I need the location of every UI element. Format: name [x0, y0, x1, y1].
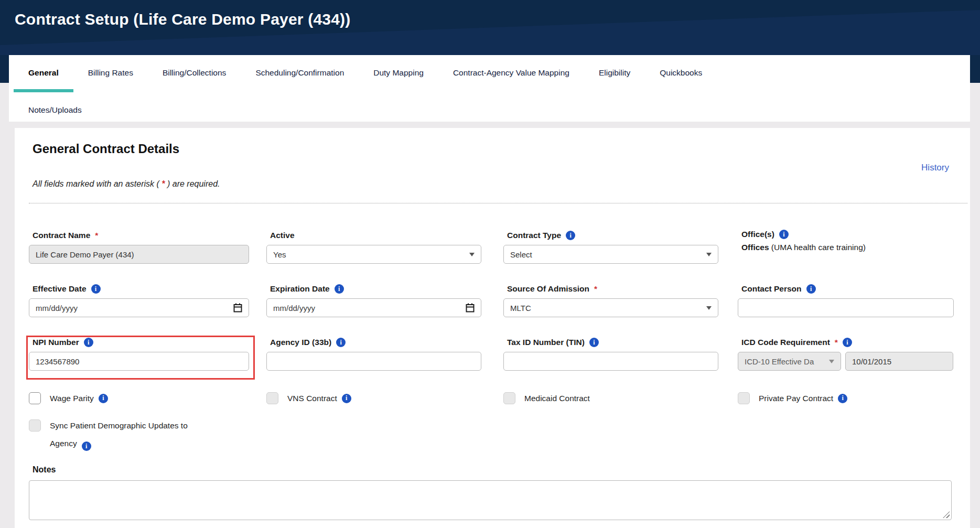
page-header: Contract Setup (Life Care Demo Payer (43…: [0, 0, 980, 55]
wage-parity-label: Wage Parity i: [50, 392, 108, 404]
contract-type-select[interactable]: Select: [503, 245, 718, 264]
sync-patient-demographic-checkbox[interactable]: [29, 419, 41, 432]
icd-label-text: ICD Code Requirement: [741, 338, 830, 347]
tab-billing-collections[interactable]: Billing/Collections: [148, 55, 241, 92]
contract-name-label: Contract Name *: [33, 231, 249, 240]
expiration-date-group: Expiration Date i mm/dd/yyyy: [266, 284, 481, 317]
tab-scheduling-confirmation[interactable]: Scheduling/Confirmation: [241, 55, 359, 92]
effective-date-label: Effective Date i: [33, 284, 249, 294]
notes-textarea[interactable]: [29, 480, 952, 520]
dropdown-arrow-icon: [706, 253, 712, 256]
info-icon[interactable]: i: [566, 231, 575, 240]
effective-date-input[interactable]: mm/dd/yyyy: [29, 298, 249, 317]
sync-label-line2: Agency: [50, 439, 77, 448]
info-icon[interactable]: i: [779, 230, 789, 239]
effective-date-group: Effective Date i mm/dd/yyyy: [29, 284, 249, 317]
info-icon[interactable]: i: [843, 338, 852, 347]
contract-type-group: Contract Type i Select: [503, 231, 718, 264]
header-right-wing: [970, 55, 980, 83]
tab-notes-uploads[interactable]: Notes/Uploads: [14, 104, 96, 116]
npi-number-input[interactable]: [29, 352, 249, 371]
icd-required-asterisk: *: [835, 338, 838, 347]
contact-person-label-text: Contact Person: [741, 284, 802, 294]
expiration-date-input[interactable]: mm/dd/yyyy: [266, 298, 481, 317]
effective-date-placeholder: mm/dd/yyyy: [36, 304, 78, 313]
info-icon[interactable]: i: [99, 394, 108, 403]
source-of-admission-select[interactable]: MLTC: [503, 298, 718, 317]
required-fields-note: All fields marked with an asterisk ( * )…: [33, 179, 220, 189]
tax-id-label-text: Tax ID Number (TIN): [507, 338, 585, 347]
contract-type-label-text: Contract Type: [507, 231, 561, 240]
wage-parity-label-text: Wage Parity: [50, 392, 94, 404]
private-pay-contract-checkbox[interactable]: [738, 392, 750, 404]
contract-name-required-asterisk: *: [95, 231, 98, 240]
contact-person-input[interactable]: [738, 298, 954, 317]
sync-label-line1: Sync Patient Demographic Updates to: [50, 417, 212, 435]
required-note-suffix: ) are required.: [165, 179, 220, 188]
info-icon[interactable]: i: [91, 284, 101, 294]
required-note-prefix: All fields marked with an asterisk (: [33, 179, 161, 188]
notes-label: Notes: [33, 465, 56, 475]
info-icon[interactable]: i: [806, 284, 816, 294]
contract-name-label-text: Contract Name: [33, 231, 90, 240]
tab-bar: General Billing Rates Billing/Collection…: [9, 55, 970, 122]
npi-number-label-text: NPI Number: [33, 338, 79, 347]
general-contract-details-card: General Contract Details History All fie…: [15, 128, 970, 528]
icd-code-requirement-group: ICD Code Requirement * i ICD-10 Effectiv…: [738, 338, 954, 371]
info-icon[interactable]: i: [336, 338, 346, 347]
icd-effective-date-input[interactable]: [845, 352, 953, 371]
tab-eligibility[interactable]: Eligibility: [584, 55, 645, 92]
npi-number-group: NPI Number i: [29, 338, 249, 371]
agency-id-input[interactable]: [266, 352, 481, 371]
offices-label: Office(s) i: [741, 230, 963, 239]
tab-duty-mapping[interactable]: Duty Mapping: [359, 55, 438, 92]
vns-contract-checkbox[interactable]: [266, 392, 278, 404]
calendar-icon[interactable]: [466, 303, 475, 313]
tab-quickbooks[interactable]: Quickbooks: [645, 55, 717, 92]
section-divider: [29, 203, 967, 203]
info-icon[interactable]: i: [589, 338, 599, 347]
contact-person-group: Contact Person i: [738, 284, 954, 317]
expiration-date-label-text: Expiration Date: [270, 284, 330, 294]
tab-row-2: Notes/Uploads: [14, 92, 970, 116]
tab-row-1: General Billing Rates Billing/Collection…: [14, 55, 970, 92]
tax-id-input[interactable]: [503, 352, 718, 371]
info-icon[interactable]: i: [342, 394, 351, 403]
info-icon[interactable]: i: [82, 441, 91, 451]
medicaid-contract-checkbox[interactable]: [503, 392, 515, 404]
offices-value-bold: Offices: [741, 243, 769, 252]
history-link[interactable]: History: [921, 163, 949, 173]
contact-person-label: Contact Person i: [741, 284, 954, 294]
tab-billing-rates[interactable]: Billing Rates: [73, 55, 148, 92]
calendar-icon[interactable]: [233, 303, 242, 313]
offices-label-text: Office(s): [741, 230, 774, 239]
sync-patient-demographic-group: Sync Patient Demographic Updates to Agen…: [29, 419, 212, 452]
contract-type-label: Contract Type i: [507, 231, 718, 240]
wage-parity-checkbox[interactable]: [29, 392, 41, 404]
icd-type-select[interactable]: ICD-10 Effective Da: [738, 352, 841, 371]
icd-code-requirement-label: ICD Code Requirement * i: [741, 338, 954, 347]
active-group: Active Yes: [266, 231, 481, 264]
agency-id-label-text: Agency ID (33b): [270, 338, 331, 347]
expiration-date-label: Expiration Date i: [270, 284, 481, 294]
expiration-date-placeholder: mm/dd/yyyy: [273, 304, 315, 313]
effective-date-label-text: Effective Date: [33, 284, 87, 294]
offices-value-rest: (UMA health care training): [769, 243, 866, 252]
dropdown-arrow-icon: [469, 253, 475, 256]
active-select[interactable]: Yes: [266, 245, 481, 264]
agency-id-label: Agency ID (33b) i: [270, 338, 481, 347]
active-label-text: Active: [270, 231, 295, 240]
tab-general[interactable]: General: [14, 55, 73, 92]
active-selected-value: Yes: [273, 250, 286, 259]
contract-name-input[interactable]: [29, 245, 249, 264]
tax-id-group: Tax ID Number (TIN) i: [503, 338, 718, 371]
medicaid-contract-group: Medicaid Contract: [503, 392, 590, 404]
tax-id-label: Tax ID Number (TIN) i: [507, 338, 718, 347]
offices-group: Office(s) i Offices (UMA health care tra…: [738, 230, 963, 252]
info-icon[interactable]: i: [335, 284, 344, 294]
tab-contract-agency-value-mapping[interactable]: Contract-Agency Value Mapping: [438, 55, 584, 92]
info-icon[interactable]: i: [838, 394, 847, 403]
dropdown-arrow-icon: [829, 360, 834, 363]
source-of-admission-label: Source Of Admission *: [507, 284, 718, 294]
info-icon[interactable]: i: [84, 338, 93, 347]
